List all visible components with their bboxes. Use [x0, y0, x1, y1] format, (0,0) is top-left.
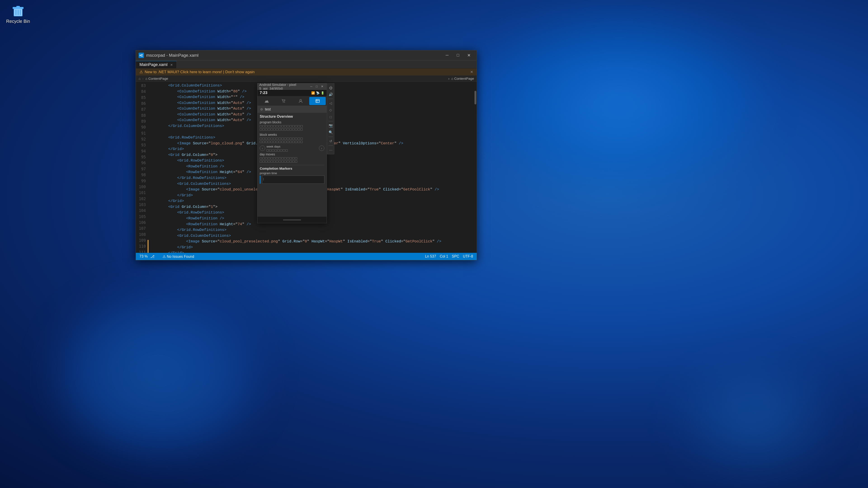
- nav-logo-button[interactable]: [258, 97, 275, 105]
- completion-section: Completion Markers program time |: [260, 165, 324, 184]
- svg-point-8: [300, 99, 302, 101]
- overview-button[interactable]: □: [328, 113, 334, 120]
- nav-cart-button[interactable]: [275, 97, 292, 105]
- tab-mainpage-xaml[interactable]: MainPage.xaml ✕: [136, 61, 177, 68]
- block-week-cell: [289, 141, 292, 143]
- maximize-button[interactable]: □: [453, 52, 463, 59]
- sim-close-button[interactable]: ✕: [319, 84, 325, 89]
- home-button[interactable]: ◇: [328, 107, 334, 113]
- nav-profile-button[interactable]: [292, 97, 309, 105]
- block-week-cell: [284, 138, 286, 140]
- program-blocks-grid: for(let i=0;i<16;i++) document.write(`<d…: [260, 125, 324, 131]
- program-block-cell: [301, 125, 303, 127]
- day-move-cell: [273, 157, 276, 160]
- git-icon: ⎇: [150, 254, 154, 259]
- week-day-cell: [272, 149, 274, 152]
- week-day-cell: [283, 149, 285, 152]
- block-week-cell: [271, 138, 273, 140]
- breadcrumb-separator-1: ›: [143, 76, 144, 80]
- program-block-cell: [289, 125, 292, 127]
- week-day-cell: [285, 149, 288, 152]
- status-right: Ln 537 Col 1 SPC UTF-8: [425, 254, 473, 258]
- day-move-cell: [271, 157, 273, 160]
- nav-active-button[interactable]: [309, 97, 326, 105]
- program-block-cell: [281, 128, 284, 131]
- minimize-button[interactable]: ─: [442, 52, 452, 59]
- recycle-bin-icon: [12, 4, 24, 17]
- block-week-cell: [298, 138, 300, 140]
- svg-rect-2: [17, 6, 20, 7]
- block-week-cell: [298, 141, 300, 143]
- program-block-cell: [284, 125, 286, 127]
- volume-up-button[interactable]: 🔊: [328, 91, 334, 98]
- breadcrumb-contentpage-2[interactable]: ⌂ ContentPage: [451, 76, 474, 80]
- program-blocks-row-1: for(let i=0;i<16;i++) document.write(`<d…: [260, 125, 305, 127]
- breadcrumb-right-sep: ›: [448, 76, 450, 80]
- breadcrumb-bar: ⌂ › ⌂ ContentPage › ⌂ ContentPage: [136, 75, 477, 82]
- rotate-button[interactable]: ↺: [328, 138, 334, 144]
- program-block-cell: [268, 125, 270, 127]
- power-button[interactable]: ⏻: [328, 85, 334, 91]
- breadcrumb-contentpage-1[interactable]: ⌂ ContentPage: [145, 76, 168, 80]
- recycle-bin[interactable]: Recycle Bin: [4, 4, 32, 24]
- status-bar: 73 % ⎇ ⚠ No Issues Found Ln 537 Col 1 SP…: [136, 253, 477, 260]
- block-week-cell: [273, 141, 276, 143]
- phone-time: 7:23: [260, 91, 268, 95]
- block-week-cell: [301, 138, 303, 140]
- program-block-cell: [295, 125, 297, 127]
- nav-right-arrow[interactable]: ›: [319, 145, 324, 151]
- week-day-cell: [280, 149, 282, 152]
- block-week-cell: [281, 141, 284, 143]
- info-bar: ⚠ New to .NET MAUI? Click here to learn …: [136, 68, 477, 75]
- nav-left-arrow[interactable]: ‹: [260, 145, 265, 151]
- day-move-cell: [265, 160, 268, 163]
- close-button[interactable]: ✕: [464, 52, 474, 59]
- breadcrumb-1: ⌂: [138, 76, 141, 80]
- week-days-section: week days for(let i=0;i<8;i++) document.…: [267, 145, 318, 152]
- camera-button[interactable]: 📷: [328, 123, 334, 129]
- block-week-cell: [276, 141, 278, 143]
- program-block-cell: [289, 128, 292, 131]
- status-spc: SPC: [452, 254, 459, 258]
- day-move-cell: [287, 157, 289, 160]
- day-move-cell: [284, 160, 286, 163]
- block-week-cell: [284, 141, 286, 143]
- day-move-cell: [295, 157, 297, 160]
- program-block-cell: [287, 128, 289, 131]
- day-move-cell: [260, 160, 262, 163]
- day-move-cell: [265, 157, 268, 160]
- zoom-button[interactable]: 🔍: [328, 129, 334, 135]
- phone-screen: 7:23 📶 📡 🔋: [257, 90, 327, 223]
- back-button[interactable]: ◁: [328, 100, 334, 106]
- tab-close-icon[interactable]: ✕: [170, 63, 173, 67]
- program-block-cell: [292, 128, 294, 131]
- day-move-cell: [289, 157, 292, 160]
- block-week-cell: [289, 138, 292, 140]
- day-moves-row-1: for(let i=0;i<14;i++) document.write(`<d…: [260, 157, 305, 160]
- day-move-cell: [279, 157, 281, 160]
- scrollbar-thumb[interactable]: [474, 91, 476, 104]
- more-button[interactable]: ⋯: [328, 147, 334, 153]
- block-week-cell: [271, 141, 273, 143]
- phone-nav-indicator: [283, 220, 301, 220]
- sim-maximize-button[interactable]: □: [314, 84, 319, 89]
- label-program-blocks: program blocks: [260, 121, 324, 124]
- block-week-cell: [262, 141, 265, 143]
- info-bar-close[interactable]: ✕: [470, 70, 473, 74]
- toolbar-divider-1: [329, 99, 333, 99]
- program-block-cell: [268, 128, 270, 131]
- sim-minimize-button[interactable]: ─: [309, 84, 314, 89]
- time-input-area[interactable]: |: [262, 175, 324, 184]
- day-move-cell: [260, 157, 262, 160]
- program-block-cell: [287, 125, 289, 127]
- program-block-cell: [265, 128, 268, 131]
- label-day-moves: day moves: [260, 153, 324, 156]
- scrollbar-vertical[interactable]: [474, 82, 477, 253]
- bg-bloom-1: [461, 0, 778, 203]
- status-issues: ⚠ No Issues Found: [162, 254, 194, 259]
- tab-bar: MainPage.xaml ✕: [136, 60, 477, 68]
- program-block-cell: [279, 128, 281, 131]
- info-icon: ⚠: [140, 70, 143, 74]
- program-time-label: program time: [260, 171, 324, 175]
- toolbar-divider-3: [329, 137, 333, 137]
